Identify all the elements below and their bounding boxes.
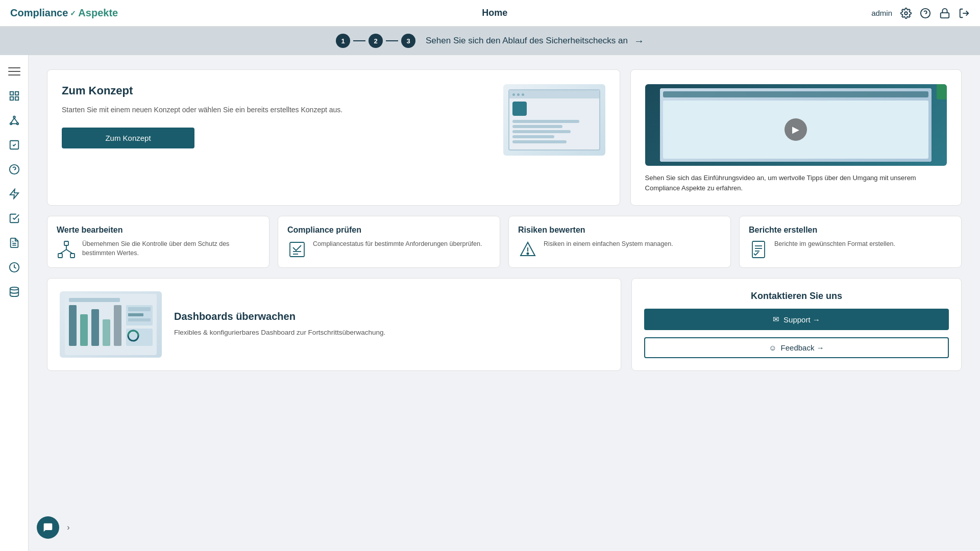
- dashboard-description: Flexibles & konfigurierbares Dashboard z…: [174, 328, 385, 338]
- chat-widget: ›: [37, 516, 75, 539]
- step-1: 1: [336, 34, 350, 48]
- banner[interactable]: 1 2 3 Sehen Sie sich den Ablauf des Sich…: [0, 27, 980, 55]
- video-description: Sehen Sie sich das Einführungsvideo an, …: [645, 173, 947, 193]
- konzept-title: Zum Konzept: [62, 84, 493, 97]
- svg-line-28: [66, 249, 72, 254]
- lock-icon[interactable]: [939, 8, 950, 19]
- berichte-title: Berichte erstellen: [749, 226, 952, 235]
- sidebar-item-help[interactable]: [4, 159, 24, 180]
- sidebar-item-dashboard[interactable]: [4, 86, 24, 106]
- chat-expand-button[interactable]: ›: [62, 521, 75, 534]
- werte-icon: [57, 240, 76, 259]
- svg-rect-3: [941, 13, 949, 18]
- dashboard-illustration: [60, 291, 162, 358]
- banner-text: Sehen Sie sich den Ablauf des Sicherheit…: [426, 36, 628, 46]
- konzept-card-content: Zum Konzept Starten Sie mit einem neuen …: [62, 84, 493, 148]
- svg-rect-5: [10, 92, 13, 95]
- sidebar-item-tasks[interactable]: [4, 208, 24, 229]
- cards-row-3: Dashboards überwachen Flexibles & konfig…: [47, 278, 962, 371]
- help-icon[interactable]: [920, 8, 931, 19]
- mock-icon: [512, 102, 527, 116]
- dashboard-card[interactable]: Dashboards überwachen Flexibles & konfig…: [47, 278, 621, 371]
- compliance-card[interactable]: Compliance prüfen Compliancestatus für b…: [278, 216, 500, 268]
- berichte-description: Berichte im gewünschten Format erstellen…: [774, 240, 895, 249]
- main-layout: Zum Konzept Starten Sie mit einem neuen …: [0, 55, 980, 551]
- step-2: 2: [369, 34, 383, 48]
- play-button[interactable]: ▶: [785, 118, 807, 141]
- kontakt-card: Kontaktieren Sie uns ✉ Support → ☺ Feedb…: [631, 278, 962, 371]
- header-actions: admin: [871, 8, 970, 19]
- svg-marker-18: [10, 189, 18, 198]
- berichte-card[interactable]: Berichte erstellen Berichte im gewünscht…: [739, 216, 962, 268]
- risiken-card[interactable]: Risiken bewerten Risiken in einem einfac…: [508, 216, 731, 268]
- svg-rect-23: [64, 241, 68, 245]
- kontakt-title: Kontaktieren Sie uns: [644, 291, 949, 302]
- settings-icon[interactable]: [900, 8, 912, 19]
- svg-line-27: [60, 249, 66, 254]
- compliance-icon: [287, 240, 307, 259]
- svg-rect-34: [752, 241, 765, 258]
- sidebar-item-checklist[interactable]: [4, 135, 24, 155]
- sidebar-hamburger[interactable]: [4, 61, 24, 82]
- svg-point-33: [527, 253, 529, 255]
- banner-arrow: →: [634, 35, 644, 47]
- svg-rect-40: [69, 305, 77, 346]
- svg-point-0: [904, 12, 908, 15]
- video-card: ▶ Sehen Sie sich das Einführungsvideo an…: [630, 69, 962, 206]
- konzept-card: Zum Konzept Starten Sie mit einem neuen …: [47, 69, 620, 206]
- svg-line-12: [11, 118, 14, 122]
- header: Compliance ✓Aspekte Home admin: [0, 0, 980, 27]
- admin-label: admin: [871, 9, 892, 17]
- dashboard-title: Dashboards überwachen: [174, 311, 385, 322]
- logout-icon[interactable]: [959, 8, 970, 19]
- svg-rect-7: [10, 97, 13, 100]
- konzept-description: Starten Sie mit einem neuen Konzept oder…: [62, 105, 493, 115]
- svg-point-22: [10, 287, 18, 290]
- svg-rect-46: [128, 307, 151, 311]
- video-inner: ▶: [660, 88, 932, 162]
- svg-rect-48: [128, 318, 151, 321]
- risiken-description: Risiken in einem einfachen System manage…: [544, 240, 673, 249]
- svg-rect-24: [58, 254, 62, 258]
- werte-description: Übernehmen Sie die Kontrolle über dem Sc…: [82, 240, 260, 258]
- step-line-1: [353, 40, 365, 41]
- svg-rect-39: [69, 298, 120, 302]
- chat-bubble-button[interactable]: [37, 516, 59, 539]
- svg-rect-44: [114, 305, 121, 346]
- risiken-body: Risiken in einem einfachen System manage…: [518, 240, 721, 259]
- zum-konzept-button[interactable]: Zum Konzept: [62, 128, 194, 148]
- berichte-body: Berichte im gewünschten Format erstellen…: [749, 240, 952, 259]
- logo-compliance: Compliance: [10, 7, 68, 19]
- svg-line-13: [14, 118, 17, 122]
- mock-browser: [508, 89, 600, 151]
- risiken-title: Risiken bewerten: [518, 226, 721, 235]
- werte-title: Werte bearbeiten: [57, 226, 260, 235]
- feedback-label: Feedback →: [781, 343, 824, 352]
- video-green-tab: [937, 84, 947, 99]
- sidebar-item-database[interactable]: [4, 282, 24, 302]
- logo: Compliance ✓Aspekte: [10, 7, 118, 19]
- sidebar-item-lightning[interactable]: [4, 184, 24, 204]
- sidebar-item-reports[interactable]: [4, 233, 24, 253]
- sidebar: [0, 55, 29, 551]
- svg-rect-8: [15, 97, 18, 100]
- video-thumbnail[interactable]: ▶: [645, 84, 947, 166]
- mock-content: [509, 98, 599, 146]
- cards-row-2: Werte bearbeiten Übernehmen Sie die Kont…: [47, 216, 962, 268]
- sidebar-item-history[interactable]: [4, 257, 24, 278]
- svg-rect-47: [128, 313, 143, 316]
- support-button[interactable]: ✉ Support →: [644, 309, 949, 330]
- werte-card[interactable]: Werte bearbeiten Übernehmen Sie die Kont…: [47, 216, 270, 268]
- berichte-icon: [749, 240, 768, 259]
- compliance-title: Compliance prüfen: [287, 226, 491, 235]
- feedback-button[interactable]: ☺ Feedback →: [644, 337, 949, 358]
- cards-row-1: Zum Konzept Starten Sie mit einem neuen …: [47, 69, 962, 206]
- werte-body: Übernehmen Sie die Kontrolle über dem Sc…: [57, 240, 260, 259]
- sidebar-item-connections[interactable]: [4, 110, 24, 131]
- content-area: Zum Konzept Starten Sie mit einem neuen …: [29, 55, 980, 551]
- step-line-2: [386, 40, 398, 41]
- svg-rect-6: [15, 92, 18, 95]
- banner-steps: 1 2 3: [336, 34, 415, 48]
- header-title: Home: [482, 8, 507, 18]
- svg-rect-25: [70, 254, 75, 258]
